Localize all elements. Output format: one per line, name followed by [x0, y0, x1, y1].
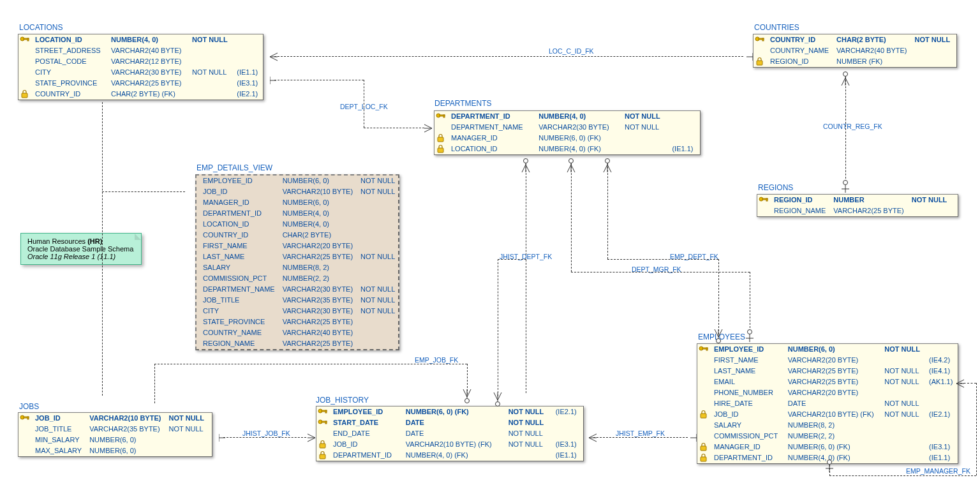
column-index: [925, 344, 958, 355]
column-type: NUMBER(4, 0): [107, 34, 188, 45]
column-nullability: NOT NULL: [188, 34, 233, 45]
column-index: [552, 428, 583, 439]
column-nullability: NOT NULL: [188, 67, 233, 78]
column-type: VARCHAR2(20 BYTE): [784, 387, 881, 398]
column-type: VARCHAR2(30 BYTE): [279, 284, 357, 295]
key-icon: [19, 445, 31, 456]
column-name: LOCATION_ID: [31, 34, 107, 45]
column-index: [399, 175, 406, 186]
column-name: DEPARTMENT_ID: [199, 208, 279, 219]
column-index: (IE4.1): [925, 366, 958, 377]
column-row: LAST_NAMEVARCHAR2(25 BYTE)NOT NULL(IE4.1…: [697, 366, 958, 377]
column-nullability: [357, 273, 399, 284]
entity-emp-details-view[interactable]: EMPLOYEE_IDNUMBER(6, 0)NOT NULLJOB_IDVAR…: [195, 174, 399, 350]
column-type: NUMBER(4, 0): [535, 111, 621, 122]
column-row: STATE_PROVINCEVARCHAR2(25 BYTE): [197, 317, 406, 327]
column-type: NUMBER(6, 0): [85, 435, 165, 445]
entity-employees[interactable]: EMPLOYEE_IDNUMBER(6, 0)NOT NULLFIRST_NAM…: [697, 343, 958, 464]
column-row: EMPLOYEE_IDNUMBER(6, 0)NOT NULL: [197, 175, 406, 186]
column-index: [399, 327, 406, 338]
key-icon: [434, 111, 447, 122]
column-type: NUMBER (FK): [833, 56, 910, 67]
column-name: MIN_SALARY: [31, 435, 85, 445]
column-type: NUMBER(4, 0): [279, 219, 357, 230]
column-type: NUMBER(6, 0): [279, 175, 357, 186]
column-name: JOB_ID: [710, 409, 784, 420]
column-name: END_DATE: [329, 428, 402, 439]
column-name: COUNTRY_NAME: [199, 327, 279, 338]
column-name: DEPARTMENT_NAME: [447, 122, 535, 133]
entity-title-locations: LOCATIONS: [19, 23, 63, 32]
column-row: DEPARTMENT_NAMEVARCHAR2(30 BYTE)NOT NULL: [197, 284, 406, 295]
column-nullability: [357, 327, 399, 338]
key-icon: [19, 56, 31, 67]
column-row: SALARYNUMBER(8, 2): [697, 420, 958, 431]
column-row: JOB_IDVARCHAR2(10 BYTE) (FK)NOT NULL(IE3…: [316, 439, 583, 450]
column-name: COUNTRY_NAME: [766, 45, 833, 56]
column-name: MANAGER_ID: [199, 197, 279, 208]
key-icon: [697, 442, 710, 452]
key-icon: [697, 420, 710, 431]
entity-departments[interactable]: DEPARTMENT_IDNUMBER(4, 0)NOT NULLDEPARTM…: [434, 110, 701, 155]
key-icon: [697, 431, 710, 442]
column-nullability: [880, 431, 925, 442]
column-row: COUNTRY_IDCHAR(2 BYTE): [197, 230, 406, 241]
column-index: (AK1.1): [925, 377, 958, 387]
column-name: JOB_ID: [329, 439, 402, 450]
column-nullability: [911, 45, 954, 56]
entity-jobs[interactable]: JOB_IDVARCHAR2(10 BYTE)NOT NULLJOB_TITLE…: [18, 412, 212, 457]
column-index: (IE2.1): [552, 407, 583, 417]
column-nullability: [188, 56, 233, 67]
column-index: [399, 208, 406, 219]
column-index: [233, 45, 263, 56]
column-row: STREET_ADDRESSVARCHAR2(40 BYTE): [19, 45, 263, 56]
column-name: LOCATION_ID: [447, 144, 535, 154]
column-type: NUMBER(6, 0): [784, 344, 881, 355]
column-nullability: NOT NULL: [880, 366, 925, 377]
key-icon: [19, 413, 31, 424]
entity-regions[interactable]: REGION_IDNUMBERNOT NULLREGION_NAMEVARCHA…: [757, 194, 958, 217]
column-type: NUMBER(6, 0): [279, 197, 357, 208]
fk-label-emp-job: EMP_JOB_FK: [415, 356, 458, 364]
column-row: DEPARTMENT_IDNUMBER(4, 0) (FK)(IE1.1): [316, 450, 583, 461]
column-index: [233, 34, 263, 45]
column-name: COUNTRY_ID: [199, 230, 279, 241]
column-nullability: [188, 89, 233, 100]
column-row: MAX_SALARYNUMBER(6, 0): [19, 445, 216, 456]
column-index: [208, 413, 216, 424]
column-type: NUMBER(6, 0) (FK): [535, 133, 621, 144]
key-icon: [697, 398, 710, 409]
column-type: DATE: [784, 398, 881, 409]
column-type: NUMBER: [829, 195, 907, 205]
column-row: LOCATION_IDNUMBER(4, 0)NOT NULL: [19, 34, 263, 45]
column-nullability: NOT NULL: [621, 122, 668, 133]
column-row: DEPARTMENT_IDNUMBER(4, 0)NOT NULL: [434, 111, 700, 122]
column-type: VARCHAR2(20 BYTE): [784, 355, 881, 366]
column-type: CHAR(2 BYTE): [833, 34, 910, 45]
entity-title-jobs: JOBS: [19, 402, 39, 411]
column-nullability: [188, 45, 233, 56]
column-type: VARCHAR2(35 BYTE): [85, 424, 165, 435]
column-index: (IE1.1): [668, 144, 700, 154]
key-icon: [754, 45, 766, 56]
entity-locations[interactable]: LOCATION_IDNUMBER(4, 0)NOT NULLSTREET_AD…: [18, 34, 264, 100]
column-name: STATE_PROVINCE: [31, 78, 107, 89]
column-nullability: [357, 241, 399, 251]
key-icon: [757, 195, 770, 205]
column-type: VARCHAR2(40 BYTE): [279, 327, 357, 338]
column-nullability: [880, 387, 925, 398]
fk-label-jhist-job: JHIST_JOB_FK: [242, 429, 290, 437]
column-row: EMPLOYEE_IDNUMBER(6, 0) (FK)NOT NULL(IE2…: [316, 407, 583, 417]
column-name: EMPLOYEE_ID: [329, 407, 402, 417]
column-nullability: [505, 450, 552, 461]
column-type: CHAR(2 BYTE): [279, 230, 357, 241]
entity-title-regions: REGIONS: [758, 183, 793, 192]
column-index: [399, 186, 406, 197]
column-index: [399, 317, 406, 327]
column-name: DEPARTMENT_ID: [710, 452, 784, 463]
key-icon: [316, 450, 329, 461]
entity-job-history[interactable]: EMPLOYEE_IDNUMBER(6, 0) (FK)NOT NULL(IE2…: [316, 406, 584, 461]
key-icon: [434, 122, 447, 133]
column-type: VARCHAR2(10 BYTE): [85, 413, 165, 424]
entity-countries[interactable]: COUNTRY_IDCHAR(2 BYTE)NOT NULLCOUNTRY_NA…: [753, 34, 957, 68]
